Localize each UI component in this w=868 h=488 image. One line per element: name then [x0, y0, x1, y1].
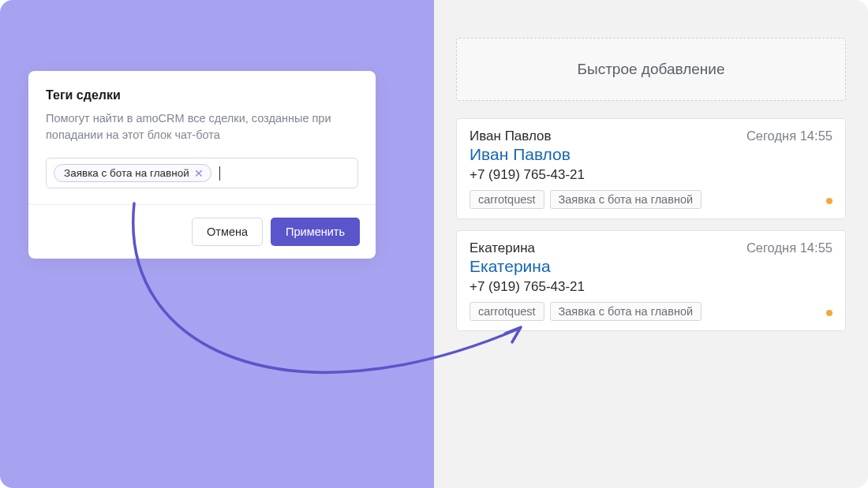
- lead-card[interactable]: Екатерина Сегодня 14:55 Екатерина +7 (91…: [456, 230, 846, 331]
- lead-tag[interactable]: Заявка с бота на главной: [550, 190, 702, 209]
- tag-chip[interactable]: Заявка с бота на главной ✕: [54, 164, 211, 182]
- lead-phone: +7 (919) 765-43-21: [470, 279, 832, 295]
- status-dot-icon: [826, 198, 832, 204]
- card-title: Теги сделки: [46, 88, 358, 102]
- lead-contact-name: Иван Павлов: [470, 129, 552, 144]
- lead-tags: carrotquest Заявка с бота на главной: [470, 190, 832, 209]
- tag-chip-label: Заявка с бота на главной: [64, 167, 189, 179]
- lead-contact-name: Екатерина: [470, 240, 535, 256]
- right-panel: Быстрое добавление Иван Павлов Сегодня 1…: [434, 0, 868, 488]
- status-dot-icon: [826, 310, 832, 316]
- lead-tags: carrotquest Заявка с бота на главной: [470, 302, 832, 321]
- quick-add-zone[interactable]: Быстрое добавление: [456, 38, 846, 101]
- lead-phone: +7 (919) 765-43-21: [470, 167, 832, 183]
- lead-title[interactable]: Екатерина: [470, 257, 832, 276]
- lead-time: Сегодня 14:55: [746, 240, 832, 255]
- lead-tag[interactable]: carrotquest: [470, 190, 544, 209]
- cancel-button[interactable]: Отмена: [192, 218, 263, 246]
- left-panel: Теги сделки Помогут найти в amoCRM все с…: [0, 0, 434, 488]
- lead-time: Сегодня 14:55: [746, 129, 832, 143]
- lead-tag[interactable]: carrotquest: [470, 302, 544, 321]
- lead-title[interactable]: Иван Павлов: [470, 145, 832, 164]
- tag-text-input[interactable]: [226, 166, 350, 181]
- tags-input[interactable]: Заявка с бота на главной ✕: [46, 158, 358, 188]
- deal-tags-card: Теги сделки Помогут найти в amoCRM все с…: [28, 71, 376, 259]
- card-description: Помогут найти в amoCRM все сделки, созда…: [46, 110, 358, 143]
- tag-remove-icon[interactable]: ✕: [194, 168, 204, 179]
- lead-card[interactable]: Иван Павлов Сегодня 14:55 Иван Павлов +7…: [456, 118, 846, 219]
- apply-button[interactable]: Применить: [271, 218, 360, 246]
- text-cursor: [219, 166, 220, 181]
- lead-tag[interactable]: Заявка с бота на главной: [550, 302, 702, 321]
- card-footer: Отмена Применить: [28, 204, 376, 259]
